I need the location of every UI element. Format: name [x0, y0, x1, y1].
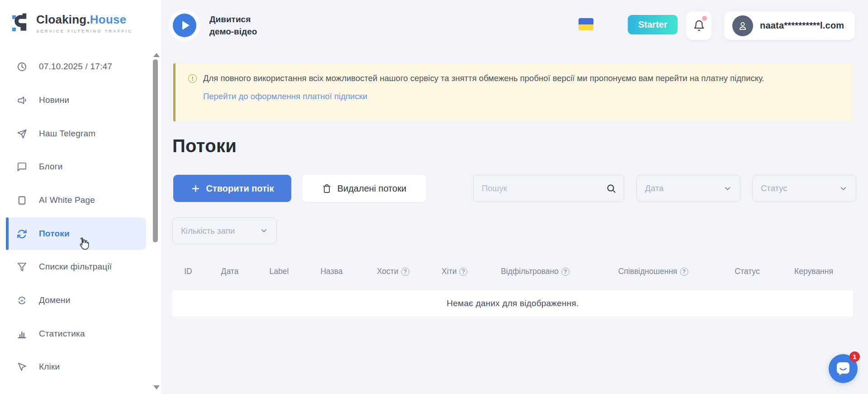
column-label: ID: [184, 267, 192, 276]
column-header-name: Назва: [320, 267, 342, 276]
search-input[interactable]: [474, 175, 624, 202]
sidebar-item-ai-white-page[interactable]: AI White Page: [16, 191, 95, 209]
column-header-status: Статус: [735, 267, 759, 276]
brand-text: Cloaking.House SERVICE FILTERING TRAFFIC: [36, 13, 133, 34]
sync-icon: [16, 228, 27, 239]
demo-video-play-button[interactable]: [173, 14, 196, 37]
table-empty-row: Немає даних для відображення.: [172, 290, 853, 317]
page-icon: [16, 195, 27, 206]
create-flow-label: Створити потік: [206, 183, 274, 194]
column-label: Керування: [794, 267, 833, 276]
notifications-button[interactable]: [686, 11, 711, 40]
column-label: Дата: [221, 267, 239, 276]
column-label: Співвідношення: [618, 267, 678, 276]
flag-yellow-stripe: [579, 24, 593, 30]
help-icon[interactable]: ?: [401, 268, 409, 276]
per-page-select[interactable]: Кількість запи: [172, 217, 277, 244]
search-icon[interactable]: [606, 183, 617, 194]
sidebar-item-filter-lists[interactable]: Списки фільтрації: [16, 258, 112, 276]
play-icon: [182, 21, 190, 30]
sidebar-item-news[interactable]: Новини: [16, 91, 69, 109]
demo-video-label[interactable]: Дивитися демо-відео: [209, 13, 268, 38]
chat-unread-badge: 1: [849, 351, 860, 362]
page-title: Потоки: [172, 136, 237, 156]
sidebar-item-label: Статистика: [39, 329, 85, 339]
column-header-date: Дата: [221, 267, 239, 276]
sidebar-item-label: AI White Page: [39, 195, 95, 205]
bell-icon: [693, 19, 705, 32]
sidebar-item-label: 07.10.2025 / 17:47: [39, 62, 112, 72]
create-flow-button[interactable]: Створити потік: [173, 175, 291, 202]
sidebar-item-datetime[interactable]: 07.10.2025 / 17:47: [16, 58, 112, 76]
sidebar-item-label: Новини: [39, 95, 69, 105]
column-header-manage: Керування: [794, 267, 833, 276]
column-header-hits: Хіти?: [441, 267, 467, 276]
plus-icon: [191, 184, 200, 193]
bar-chart-icon: [16, 328, 27, 339]
column-label: Хости: [377, 267, 398, 276]
sidebar-scroll-up-arrow[interactable]: [153, 53, 160, 57]
column-header-id: ID: [184, 267, 192, 276]
column-header-filtered: Відфільтровано?: [501, 267, 569, 276]
column-label: Назва: [320, 267, 342, 276]
chevron-down-icon: [723, 184, 732, 193]
sidebar-item-telegram[interactable]: Наш Telegram: [16, 125, 95, 143]
language-flag-ukraine[interactable]: [579, 18, 593, 30]
status-filter-label: Статус: [761, 183, 787, 193]
user-account-button[interactable]: naata**********l.com: [724, 11, 855, 40]
brand-logo-icon: [12, 12, 30, 34]
funnel-icon: [16, 261, 27, 272]
clock-icon: [16, 61, 27, 72]
column-header-label: Label: [270, 267, 289, 276]
column-header-hosts: Хости?: [377, 267, 409, 276]
upgrade-subscription-link[interactable]: Перейти до оформлення платної підписки: [203, 91, 367, 101]
sidebar-scroll-down-arrow[interactable]: [153, 385, 160, 389]
column-label: Статус: [735, 267, 759, 276]
domain-icon: w: [16, 295, 27, 306]
date-filter-select[interactable]: Дата: [636, 175, 740, 202]
sidebar-item-label: Потоки: [39, 229, 70, 239]
megaphone-icon: [16, 95, 27, 106]
brand-name-accent: House: [90, 13, 126, 26]
user-email: naata**********l.com: [760, 20, 844, 31]
brand-tagline: SERVICE FILTERING TRAFFIC: [36, 29, 133, 34]
sidebar-item-flows[interactable]: Потоки: [16, 225, 70, 243]
warning-icon: !: [188, 74, 197, 83]
flag-blue-stripe: [579, 18, 593, 24]
deleted-flows-button[interactable]: Видалені потоки: [302, 175, 426, 202]
sidebar-item-label: Кліки: [39, 362, 60, 372]
brand-name: Cloaking.House: [36, 13, 133, 27]
sidebar-scrollbar-thumb[interactable]: [153, 59, 158, 242]
brand-logo[interactable]: Cloaking.House SERVICE FILTERING TRAFFIC: [12, 12, 133, 34]
per-page-label: Кількість запи: [181, 226, 235, 236]
app-screen: Cloaking.House SERVICE FILTERING TRAFFIC…: [0, 0, 868, 394]
sidebar-item-blogs[interactable]: Блоги: [16, 158, 63, 176]
paper-plane-icon: [16, 128, 27, 139]
trial-warning-banner: ! Для повного використання всіх можливос…: [173, 63, 853, 121]
mouse-hand-cursor: [76, 236, 90, 252]
brand-name-primary: Cloaking.: [36, 13, 90, 26]
sidebar-item-clicks[interactable]: Кліки: [16, 358, 60, 376]
person-icon: [737, 20, 749, 32]
search-field: [473, 175, 624, 202]
column-label: Відфільтровано: [501, 267, 559, 276]
sidebar-item-statistics[interactable]: Статистика: [16, 325, 85, 343]
sidebar-active-bar: [6, 217, 9, 250]
column-label: Хіти: [441, 267, 456, 276]
help-icon[interactable]: ?: [561, 268, 569, 276]
banner-text: Для повного використання всіх можливосте…: [203, 72, 764, 84]
deleted-flows-label: Видалені потоки: [337, 183, 407, 194]
help-icon[interactable]: ?: [680, 268, 688, 276]
status-filter-select[interactable]: Статус: [752, 175, 856, 202]
notification-dot: [702, 16, 707, 21]
sidebar-item-label: Списки фільтрації: [39, 262, 112, 272]
chat-widget-button[interactable]: 1: [829, 354, 858, 383]
sidebar-item-domains[interactable]: w Домени: [16, 291, 71, 309]
empty-state-text: Немає даних для відображення.: [447, 298, 579, 308]
help-icon[interactable]: ?: [460, 268, 468, 276]
trash-icon: [322, 184, 332, 193]
sidebar-item-label: Домени: [39, 295, 71, 305]
sidebar: Cloaking.House SERVICE FILTERING TRAFFIC…: [0, 0, 161, 394]
plan-badge[interactable]: Starter: [628, 15, 678, 34]
column-label: Label: [270, 267, 289, 276]
